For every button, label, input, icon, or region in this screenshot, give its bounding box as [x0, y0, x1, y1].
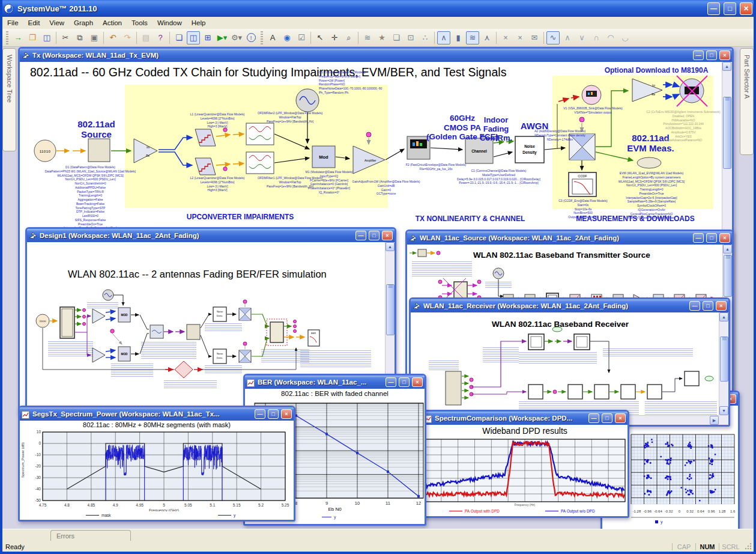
menu-tools[interactable]: Tools	[127, 18, 153, 28]
help-icon[interactable]: ?	[154, 31, 167, 44]
app-minimize-button[interactable]: —	[707, 2, 720, 15]
ber-minimize-button[interactable]: —	[386, 377, 396, 387]
receiver-maximize-button[interactable]: □	[703, 301, 713, 311]
menu-action[interactable]: Action	[98, 18, 127, 28]
vertical-cursor-icon[interactable]: ⋏	[480, 31, 494, 44]
resize-grip[interactable]	[745, 543, 752, 550]
receiver-scroll-up-button[interactable]: ▲	[719, 312, 728, 321]
source-minimize-button[interactable]: —	[693, 233, 704, 243]
delete-trace-icon[interactable]: ×	[499, 31, 512, 44]
menu-window[interactable]: Window	[153, 18, 187, 28]
menu-file[interactable]: File	[2, 18, 23, 28]
undo-icon[interactable]: ↶	[106, 31, 119, 44]
open-icon[interactable]: ❐	[26, 31, 39, 44]
window-spectrumcomparison-titlebar[interactable]: SpectrumComparison (Workspace: DPD... — …	[422, 412, 627, 425]
window-source-titlebar[interactable]: WLAN_11ac_Source (Workspace: WLAN_11ac_2…	[407, 231, 732, 245]
preview-page-icon[interactable]: ❏	[390, 31, 403, 44]
app-titlebar[interactable]: SystemVue™ 2011.10 — □ ✕	[0, 0, 756, 17]
spectrumcomparison-minimize-button[interactable]: —	[588, 413, 599, 423]
validate-icon[interactable]: !	[244, 31, 258, 44]
segstx-minimize-button[interactable]: —	[255, 409, 265, 419]
pan-icon[interactable]: ✛	[328, 31, 341, 44]
options-grid-icon[interactable]: ☑	[295, 31, 308, 44]
segstx-plot-area[interactable]: 802.11ac : 80MHz + 80MHz segments (with …	[20, 421, 294, 520]
simulation-settings-icon[interactable]: ⚙▾	[230, 31, 243, 44]
smooth-trace-icon[interactable]: ∿	[546, 31, 560, 44]
design1-minimize-button[interactable]: —	[355, 231, 366, 240]
part-selector-tab[interactable]: Part Selector A	[740, 48, 754, 155]
run-icon[interactable]: ▶▾	[216, 31, 229, 44]
menu-help[interactable]: Help	[187, 18, 211, 28]
source-scroll-thumb[interactable]	[724, 255, 732, 297]
receiver-scroll-right-button[interactable]: ▶	[710, 416, 719, 425]
window-segstx-titlebar[interactable]: SegsTx_Spectrum_Power (Workspace: WLAN_1…	[20, 407, 294, 421]
window-design1-titlebar[interactable]: Design1 (Workspace: WLAN_11ac_2Ant_Fadin…	[27, 229, 395, 242]
wave-up-icon[interactable]: ∧	[561, 31, 574, 44]
workspace-tree-tab[interactable]: Workspace Tree	[2, 48, 16, 151]
save-icon[interactable]: ◫	[40, 31, 53, 44]
source-close-button[interactable]: ×	[719, 233, 730, 243]
zigzag-trace-icon[interactable]: ≋	[361, 31, 374, 44]
envelope-trace-icon[interactable]: ✉	[528, 31, 541, 44]
wave-down-icon[interactable]: ∨	[575, 31, 588, 44]
menu-edit[interactable]: Edit	[23, 18, 45, 28]
window-ber-titlebar[interactable]: BER (Workspace: WLAN_11ac_... — □ ×	[245, 376, 425, 389]
copy-icon[interactable]: ⧉	[73, 31, 86, 44]
eye-icon[interactable]: ◉	[280, 31, 294, 44]
marker-peak-icon[interactable]: ∧	[437, 31, 450, 44]
receiver-schematic-canvas[interactable]: WLAN 802.11ac Baseband Receiver	[411, 312, 728, 425]
design1-maximize-button[interactable]: □	[369, 231, 380, 240]
tx-minimize-button[interactable]: —	[693, 50, 704, 60]
constellation-chart[interactable]: -1.28-0.96-0.64-0.3200.320.640.961.281.6	[630, 433, 738, 521]
source-scroll-up-button[interactable]: ▲	[723, 245, 732, 254]
window-tx-titlebar[interactable]: Tx (Workspace: WLAN_11ad_Tx_EVM) — □ ×	[20, 49, 732, 62]
wave-arc-icon[interactable]: ∩	[590, 31, 603, 44]
segstx-close-button[interactable]: ×	[281, 409, 292, 419]
spectrumcomparison-plot-area[interactable]: Wideband DPD results Frequency (Hz) PA O…	[422, 425, 627, 516]
tx-close-button[interactable]: ×	[719, 50, 730, 60]
segstx-maximize-button[interactable]: □	[268, 409, 279, 419]
spectrumcomparison-maximize-button[interactable]: □	[602, 413, 612, 423]
delete-all-traces-icon[interactable]: ×	[513, 31, 527, 44]
spectrumcomparison-close-button[interactable]: ×	[615, 413, 626, 423]
app-maximize-button[interactable]: □	[724, 2, 736, 15]
receiver-close-button[interactable]: ×	[716, 301, 727, 311]
ber-maximize-button[interactable]: □	[399, 377, 410, 387]
wave-arc-upper-icon[interactable]: ◠	[604, 31, 617, 44]
ber-close-button[interactable]: ×	[412, 377, 423, 387]
print-icon[interactable]: ▤	[139, 31, 153, 44]
paste-icon[interactable]: ▣	[88, 31, 101, 44]
trace-list-icon[interactable]: ▮	[452, 31, 465, 44]
receiver-scroll-thumb[interactable]	[720, 336, 728, 382]
tx-maximize-button[interactable]: □	[706, 50, 717, 60]
cut-icon[interactable]: ✂	[59, 31, 72, 44]
fit-view-icon[interactable]: ⊡	[404, 31, 417, 44]
source-maximize-button[interactable]: □	[706, 233, 717, 243]
dpd-chart[interactable]	[423, 438, 626, 503]
toolbar-gripper[interactable]	[261, 31, 263, 44]
tx-scroll-up-button[interactable]: ▲	[722, 62, 731, 71]
window-tile-vertical-icon[interactable]: ⊞	[201, 31, 214, 44]
app-close-button[interactable]: ✕	[740, 2, 752, 15]
design1-scroll-up-button[interactable]: ▲	[386, 242, 395, 251]
menu-graph[interactable]: Graph	[69, 18, 98, 28]
multi-trace-icon[interactable]: ≋	[466, 31, 479, 44]
favorites-icon[interactable]: ★	[375, 31, 389, 44]
annotation-icon[interactable]: A	[266, 31, 279, 44]
import-icon[interactable]: →	[11, 31, 25, 44]
menu-view[interactable]: View	[44, 18, 69, 28]
window-cascade-icon[interactable]: ❏	[172, 31, 186, 44]
select-cursor-icon[interactable]: ↖	[313, 31, 327, 44]
design1-scroll-thumb[interactable]	[386, 284, 395, 335]
redo-icon[interactable]: ↷	[121, 31, 134, 44]
zoom-icon[interactable]: ⌕	[342, 31, 355, 44]
window-receiver-titlebar[interactable]: WLAN_11ac_Receiver (Workspace: WLAN_11ac…	[411, 299, 728, 312]
tx-scroll-thumb[interactable]	[723, 97, 731, 169]
markers-icon[interactable]: ∴	[419, 31, 432, 44]
segstx-chart[interactable]: 4.754.84.854.94.9555.055.15.155.25.25100…	[20, 430, 294, 511]
design1-close-button[interactable]: ×	[382, 231, 393, 240]
receiver-scroll-down-button[interactable]: ▼	[719, 406, 728, 415]
receiver-minimize-button[interactable]: —	[689, 301, 700, 311]
errors-tab[interactable]: Errors	[50, 530, 131, 541]
receiver-vertical-scrollbar[interactable]: ▲ ▼	[719, 312, 728, 415]
